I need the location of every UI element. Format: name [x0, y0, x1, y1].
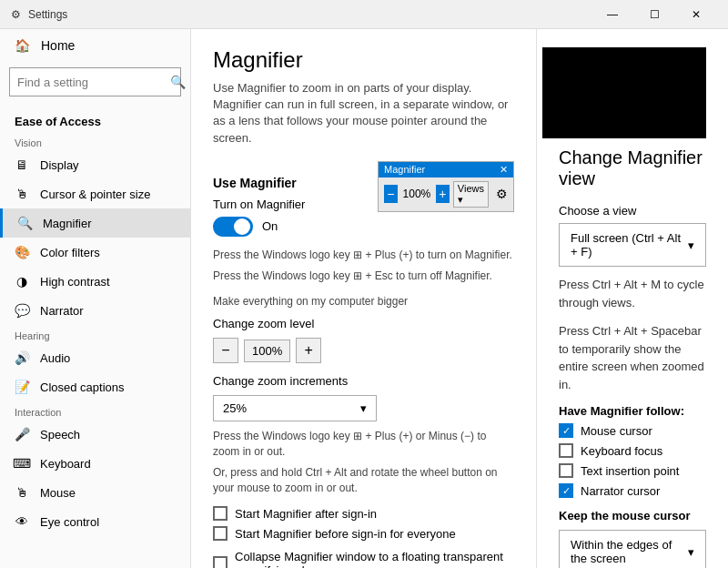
right-panel-inner: Change Magnifier view Choose a view Full…	[559, 47, 706, 568]
follow-mouse-cursor-row[interactable]: ✓ Mouse cursor	[559, 423, 706, 438]
gear-icon[interactable]: ⚙	[496, 187, 508, 201]
magnifier-icon: 🔍	[17, 216, 32, 230]
zoom-increment-section: Change zoom increments 25% ▾	[213, 374, 514, 421]
audio-label: Audio	[40, 351, 70, 365]
view-value: Full screen (Ctrl + Alt + F)	[571, 231, 688, 259]
ease-of-access-label: Ease of Access	[0, 102, 190, 132]
title-bar-title: Settings	[28, 8, 67, 21]
app-body: 🏠 Home 🔍 Ease of Access Vision 🖥 Display…	[0, 29, 728, 568]
cursor-dropdown-chevron: ▾	[688, 545, 694, 559]
zoom-level-label: Change zoom level	[213, 317, 514, 330]
increment-dropdown[interactable]: 25% ▾	[213, 395, 377, 421]
sidebar-search-box[interactable]: 🔍	[9, 67, 181, 96]
check1-label: Start Magnifier after sign-in	[235, 507, 377, 521]
follow-text-insertion-check[interactable]	[559, 463, 573, 478]
checkbox-row-2[interactable]: Start Magnifier before sign-in for every…	[213, 526, 514, 541]
sidebar-item-keyboard[interactable]: ⌨ Keyboard	[0, 449, 190, 478]
title-bar-left: ⚙ Settings	[11, 8, 67, 21]
view-dropdown[interactable]: Full screen (Ctrl + Alt + F) ▾	[559, 223, 706, 267]
checkbox-row-3[interactable]: Collapse Magnifier window to a floating …	[213, 550, 514, 568]
follow-text-insertion-row[interactable]: Text insertion point	[559, 463, 706, 478]
sidebar-item-cursor[interactable]: 🖱 Cursor & pointer size	[0, 179, 190, 208]
settings-icon: ⚙	[11, 8, 21, 21]
check2-box[interactable]	[213, 526, 228, 541]
colorfilters-label: Color filters	[40, 246, 100, 259]
display-label: Display	[40, 158, 79, 172]
sidebar-item-captions[interactable]: 📝 Closed captions	[0, 372, 190, 401]
checkbox-row-1[interactable]: Start Magnifier after sign-in	[213, 506, 514, 521]
maximize-button[interactable]: ☐	[633, 0, 675, 29]
search-input[interactable]	[17, 76, 170, 89]
follow-heading: Have Magnifier follow:	[559, 404, 706, 418]
toggle-knob	[234, 218, 250, 235]
zoom-minus-button[interactable]: −	[213, 338, 238, 363]
view-chevron: ▾	[688, 238, 694, 252]
mouse-icon: 🖱	[15, 485, 29, 500]
sidebar-item-eyecontrol[interactable]: 👁 Eye control	[0, 507, 190, 536]
zoom-row: − 100% +	[213, 338, 514, 363]
sidebar-item-audio[interactable]: 🔊 Audio	[0, 343, 190, 372]
captions-icon: 📝	[15, 380, 29, 394]
follow-narrator-cursor-row[interactable]: ✓ Narrator cursor	[559, 483, 706, 498]
sidebar-item-colorfilters[interactable]: 🎨 Color filters	[0, 238, 190, 267]
speech-label: Speech	[40, 428, 80, 441]
cursor-dropdown[interactable]: Within the edges of the screen ▾	[559, 530, 706, 568]
magnifier-mini-title: Magnifier	[384, 164, 425, 175]
magnifier-mini-window: Magnifier ✕ − 100% + Views ▾ ⚙	[378, 161, 514, 212]
keyboard-icon: ⌨	[15, 456, 29, 471]
page-title: Magnifier	[213, 47, 514, 73]
choose-view-label: Choose a view	[559, 204, 706, 218]
hint3: Press the Windows logo key ⊞ + Plus (+) …	[213, 429, 514, 460]
sidebar-item-magnifier[interactable]: 🔍 Magnifier	[0, 208, 190, 238]
turn-on-label: Turn on Magnifier	[213, 198, 305, 211]
right-content: Choose a view Full screen (Ctrl + Alt + …	[559, 204, 706, 568]
follow-keyboard-focus-label: Keyboard focus	[581, 444, 662, 458]
cursor-icon: 🖱	[15, 187, 29, 201]
follow-keyboard-focus-check[interactable]	[559, 443, 573, 458]
increment-value: 25%	[223, 401, 247, 415]
zoom-plus-button[interactable]: +	[296, 338, 321, 363]
magnifier-mini-pct: 100%	[401, 188, 432, 200]
magnifier-mini-views[interactable]: Views ▾	[453, 181, 489, 208]
sidebar-item-mouse[interactable]: 🖱 Mouse	[0, 478, 190, 507]
minimize-button[interactable]: —	[592, 0, 633, 29]
hearing-section-label: Hearing	[0, 325, 190, 343]
sidebar-item-speech[interactable]: 🎤 Speech	[0, 420, 190, 449]
home-icon: 🏠	[15, 38, 30, 53]
sidebar-home-button[interactable]: 🏠 Home	[0, 29, 190, 62]
narrator-label: Narrator	[40, 304, 84, 318]
use-magnifier-section: Use Magnifier Turn on Magnifier On Magni…	[213, 161, 514, 242]
info1: Press Ctrl + Alt + M to cycle through vi…	[559, 276, 706, 311]
home-label: Home	[41, 38, 75, 53]
captions-label: Closed captions	[40, 380, 125, 394]
interaction-section-label: Interaction	[0, 401, 190, 420]
highcontrast-label: High contrast	[40, 275, 110, 289]
search-icon: 🔍	[170, 75, 186, 89]
check3-box[interactable]	[213, 556, 228, 568]
main-content: Magnifier Use Magnifier to zoom in on pa…	[191, 29, 728, 568]
eyecontrol-icon: 👁	[15, 514, 29, 529]
colorfilters-icon: 🎨	[15, 245, 29, 259]
magnifier-toggle[interactable]	[213, 217, 253, 237]
sidebar-item-highcontrast[interactable]: ◑ High contrast	[0, 267, 190, 296]
magnifier-mini-minus[interactable]: −	[384, 185, 398, 203]
cursor-dropdown-value: Within the edges of the screen	[571, 538, 688, 565]
sidebar-item-narrator[interactable]: 💬 Narrator	[0, 296, 190, 325]
follow-mouse-cursor-check[interactable]: ✓	[559, 423, 573, 438]
magnifier-mini-plus[interactable]: +	[436, 185, 450, 203]
page-description: Use Magnifier to zoom in on parts of you…	[213, 80, 514, 147]
follow-mouse-cursor-label: Mouse cursor	[581, 424, 652, 438]
title-bar-controls: — ☐ ✕	[592, 0, 717, 29]
check1-box[interactable]	[213, 506, 228, 521]
follow-narrator-cursor-check[interactable]: ✓	[559, 483, 573, 498]
follow-keyboard-focus-row[interactable]: Keyboard focus	[559, 443, 706, 458]
keyboard-label: Keyboard	[40, 457, 91, 471]
zoom-increment-label: Change zoom increments	[213, 374, 514, 388]
hint2: Press the Windows logo key ⊞ + Esc to tu…	[213, 269, 514, 284]
close-button[interactable]: ✕	[675, 0, 717, 29]
zoom-value: 100%	[244, 340, 290, 362]
mouse-label: Mouse	[40, 486, 76, 500]
eyecontrol-label: Eye control	[40, 515, 99, 529]
sidebar-item-display[interactable]: 🖥 Display	[0, 150, 190, 179]
magnifier-mini-close[interactable]: ✕	[500, 164, 508, 176]
